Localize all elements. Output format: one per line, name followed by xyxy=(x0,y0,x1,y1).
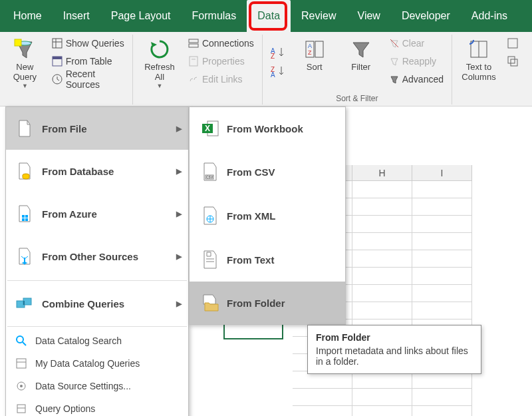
svg-rect-23 xyxy=(508,39,517,48)
tab-developer[interactable]: Developer xyxy=(391,0,461,32)
menu-catalog-search-label: Data Catalog Search xyxy=(35,335,122,346)
menu-my-catalog[interactable]: My Data Catalog Queries xyxy=(6,352,188,375)
excel-icon: X xyxy=(199,119,221,138)
menu-text-label: From Text xyxy=(227,254,274,266)
cell[interactable] xyxy=(412,389,472,406)
menu-csv-label: From CSV xyxy=(227,166,275,178)
cell[interactable] xyxy=(352,268,412,285)
menu-from-database[interactable]: From Database▶ xyxy=(6,150,188,192)
menu-from-folder[interactable]: From Folder xyxy=(190,282,345,324)
svg-text:Z: Z xyxy=(308,49,312,56)
cell[interactable] xyxy=(412,285,472,302)
menu-from-workbook[interactable]: XFrom Workbook xyxy=(190,107,345,150)
cell[interactable] xyxy=(352,181,412,198)
from-table-button[interactable]: From Table xyxy=(49,53,127,70)
cell[interactable] xyxy=(412,216,472,233)
svg-rect-1 xyxy=(15,39,21,46)
cell[interactable] xyxy=(412,406,472,416)
svg-rect-8 xyxy=(189,39,198,43)
connections-button[interactable]: Connections xyxy=(185,35,257,52)
filter-label: Filter xyxy=(351,63,370,73)
other-sources-icon xyxy=(14,247,35,266)
menu-from-text[interactable]: From Text xyxy=(190,238,345,282)
svg-text:X: X xyxy=(205,124,210,133)
sort-filter-group-label: Sort & Filter xyxy=(263,94,452,103)
arrow-right-icon: ▶ xyxy=(176,210,182,218)
edit-links-icon xyxy=(188,73,200,85)
ribbon-tabs: Home Insert Page Layout Formulas Data Re… xyxy=(0,0,532,32)
cell[interactable] xyxy=(412,198,472,216)
menu-from-xml[interactable]: From XML xyxy=(190,194,345,238)
tab-home[interactable]: Home xyxy=(3,0,53,32)
edit-links-label: Edit Links xyxy=(202,74,243,85)
menu-data-source-settings[interactable]: Data Source Settings... xyxy=(6,375,188,397)
tab-page-layout[interactable]: Page Layout xyxy=(100,0,182,32)
col-header-h[interactable]: H xyxy=(352,165,412,180)
recent-sources-label: Recent Sources xyxy=(66,69,124,90)
menu-from-other[interactable]: From Other Sources▶ xyxy=(6,235,188,278)
tab-data[interactable]: Data xyxy=(247,0,291,32)
menu-combine-queries[interactable]: Combine Queries▶ xyxy=(6,284,188,323)
remove-dup-button[interactable] xyxy=(504,53,521,70)
menu-settings-label: Data Source Settings... xyxy=(35,381,131,391)
cell[interactable] xyxy=(293,389,352,406)
refresh-all-button[interactable]: Refresh All ▼ xyxy=(138,35,181,92)
cell[interactable] xyxy=(293,406,352,416)
cell[interactable] xyxy=(412,181,472,198)
svg-rect-30 xyxy=(25,218,28,221)
combine-icon xyxy=(14,296,35,312)
tab-insert[interactable]: Insert xyxy=(53,0,100,32)
advanced-button[interactable]: Advanced xyxy=(386,71,446,88)
cell[interactable] xyxy=(352,302,412,319)
clear-button: Clear xyxy=(386,35,446,52)
recent-sources-button[interactable]: Recent Sources xyxy=(49,71,127,88)
show-queries-button[interactable]: Show Queries xyxy=(49,35,127,52)
sort-asc-button[interactable]: AZ xyxy=(269,45,288,59)
cell[interactable] xyxy=(412,233,472,250)
sort-desc-button[interactable]: ZA xyxy=(269,64,288,77)
tab-add-ins[interactable]: Add-ins xyxy=(461,0,518,32)
new-query-label: New Query xyxy=(13,63,37,83)
menu-catalog-search[interactable]: Data Catalog Search xyxy=(6,329,188,352)
cell[interactable] xyxy=(352,285,412,302)
connections-label: Connections xyxy=(202,38,254,49)
svg-rect-9 xyxy=(189,44,198,47)
svg-text:A: A xyxy=(271,71,275,77)
tab-formulas[interactable]: Formulas xyxy=(182,0,247,32)
arrow-right-icon: ▶ xyxy=(176,300,182,308)
tab-review[interactable]: Review xyxy=(291,0,346,32)
folder-icon xyxy=(199,294,221,312)
cell[interactable] xyxy=(412,250,472,268)
sort-button[interactable]: AZSort xyxy=(293,35,336,88)
menu-from-csv[interactable]: CSVFrom CSV xyxy=(190,150,345,194)
new-query-button[interactable]: New Query ▼ xyxy=(5,35,45,92)
azure-icon xyxy=(14,204,35,223)
csv-icon: CSV xyxy=(199,162,221,182)
cell[interactable] xyxy=(352,406,412,416)
new-query-menu: From File▶ From Database▶ From Azure▶ Fr… xyxy=(5,106,189,416)
cell[interactable] xyxy=(412,268,472,285)
text-icon xyxy=(199,250,221,270)
menu-from-azure[interactable]: From Azure▶ xyxy=(6,192,188,235)
svg-rect-41 xyxy=(17,405,25,413)
menu-query-options[interactable]: Query Options xyxy=(6,397,188,416)
cell[interactable] xyxy=(412,302,472,319)
filter-button[interactable]: Filter xyxy=(340,35,382,88)
cell[interactable] xyxy=(352,250,412,268)
cell[interactable] xyxy=(352,216,412,233)
reapply-icon xyxy=(389,56,400,67)
gear-icon xyxy=(14,380,29,392)
flash-fill-button[interactable] xyxy=(504,35,521,52)
tab-view[interactable]: View xyxy=(347,0,391,32)
svg-rect-2 xyxy=(53,39,62,48)
col-header-i[interactable]: I xyxy=(412,165,472,180)
menu-from-file[interactable]: From File▶ xyxy=(6,107,188,150)
text-to-columns-button[interactable]: Text to Columns xyxy=(458,35,500,85)
svg-rect-27 xyxy=(22,215,25,218)
cell[interactable] xyxy=(352,198,412,216)
cell[interactable] xyxy=(352,389,412,406)
cell[interactable] xyxy=(352,233,412,250)
advanced-label: Advanced xyxy=(402,74,444,85)
reapply-button: Reapply xyxy=(386,53,446,70)
svg-text:A: A xyxy=(308,43,312,49)
